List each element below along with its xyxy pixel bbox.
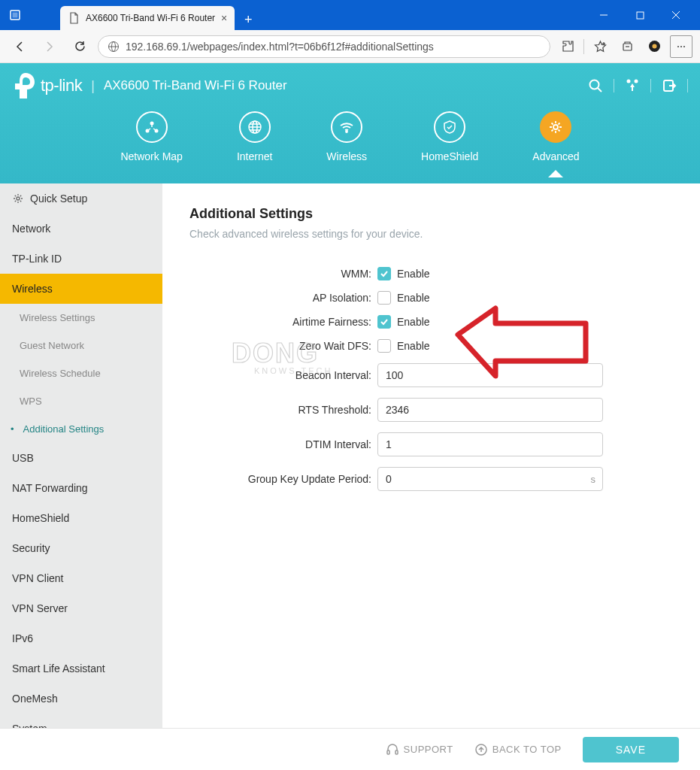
arrow-up-icon bbox=[474, 743, 488, 756]
svg-point-15 bbox=[677, 46, 679, 47]
globe-icon bbox=[247, 119, 263, 135]
nav-network-map[interactable]: Network Map bbox=[120, 111, 182, 162]
svg-rect-37 bbox=[387, 750, 389, 754]
nav-internet[interactable]: Internet bbox=[237, 111, 272, 162]
sidebar-sub-additional-settings[interactable]: Additional Settings bbox=[0, 415, 162, 443]
new-tab-button[interactable]: + bbox=[238, 9, 259, 30]
refresh-button[interactable] bbox=[68, 35, 92, 59]
sidebar-item-smart-life[interactable]: Smart Life Assistant bbox=[0, 653, 162, 684]
url-text: 192.168.69.1/webpages/index.html?t=06b6f… bbox=[126, 41, 434, 53]
sidebar-item-vpn-client[interactable]: VPN Client bbox=[0, 563, 162, 593]
footer: SUPPORT BACK TO TOP SAVE bbox=[0, 728, 700, 770]
sidebar-item-network[interactable]: Network bbox=[0, 214, 162, 244]
back-button[interactable] bbox=[8, 35, 32, 59]
forward-button[interactable] bbox=[38, 35, 62, 59]
airtime-fairness-checkbox[interactable] bbox=[377, 315, 391, 329]
logout-icon[interactable] bbox=[662, 78, 677, 93]
svg-rect-1 bbox=[13, 13, 18, 18]
enable-label: Enable bbox=[397, 340, 430, 352]
svg-point-33 bbox=[553, 125, 558, 129]
logo-text: tp-link bbox=[41, 76, 82, 95]
sidebar-item-vpn-server[interactable]: VPN Server bbox=[0, 593, 162, 623]
rts-threshold-label: RTS Threshold: bbox=[189, 404, 377, 416]
back-to-top-link[interactable]: BACK TO TOP bbox=[474, 743, 562, 756]
sidebar-sub-wireless-schedule[interactable]: Wireless Schedule bbox=[0, 359, 162, 387]
shield-icon bbox=[441, 119, 458, 135]
router-header: tp-link | AX6600 Tri-Band Wi-Fi 6 Router… bbox=[0, 63, 700, 183]
tplink-logo-icon bbox=[15, 73, 36, 99]
sidebar-sub-wps[interactable]: WPS bbox=[0, 387, 162, 415]
sidebar-item-quick-setup[interactable]: Quick Setup bbox=[0, 183, 162, 214]
page-subtitle: Check advanced wireless settings for you… bbox=[189, 228, 673, 240]
zero-wait-dfs-label: Zero Wait DFS: bbox=[189, 340, 377, 352]
sidebar-sub-wireless-settings[interactable]: Wireless Settings bbox=[0, 304, 162, 332]
ap-isolation-checkbox[interactable] bbox=[377, 291, 391, 305]
headset-icon bbox=[386, 743, 399, 756]
menu-button[interactable] bbox=[670, 35, 692, 58]
svg-line-19 bbox=[598, 88, 602, 92]
svg-point-18 bbox=[590, 80, 599, 89]
enable-label: Enable bbox=[397, 292, 430, 304]
group-key-label: Group Key Update Period: bbox=[189, 473, 377, 485]
browser-tab[interactable]: AX6600 Tri-Band Wi-Fi 6 Router × bbox=[60, 6, 235, 30]
svg-point-16 bbox=[680, 46, 682, 47]
beacon-interval-input[interactable] bbox=[377, 363, 603, 387]
sidebar-item-onemesh[interactable]: OneMesh bbox=[0, 684, 162, 714]
nav-homeshield[interactable]: HomeShield bbox=[421, 111, 478, 162]
tabs-icon[interactable] bbox=[6, 6, 24, 24]
svg-rect-3 bbox=[637, 12, 644, 19]
close-window-button[interactable] bbox=[665, 5, 686, 26]
svg-rect-22 bbox=[632, 86, 633, 91]
wifi-icon bbox=[338, 119, 355, 135]
collections-icon[interactable] bbox=[616, 35, 638, 58]
gear-icon bbox=[547, 119, 564, 135]
profile-icon[interactable] bbox=[643, 35, 665, 58]
svg-rect-38 bbox=[395, 750, 398, 754]
group-key-input[interactable] bbox=[377, 467, 603, 491]
save-button[interactable]: SAVE bbox=[583, 737, 679, 762]
rts-threshold-input[interactable] bbox=[377, 398, 603, 422]
brand-logo[interactable]: tp-link bbox=[15, 73, 82, 99]
page-title: Additional Settings bbox=[189, 206, 673, 222]
sidebar: Quick Setup Network TP-Link ID Wireless … bbox=[0, 183, 162, 728]
sidebar-item-system[interactable]: System bbox=[0, 714, 162, 728]
tab-title: AX6600 Tri-Band Wi-Fi 6 Router bbox=[86, 13, 215, 23]
svg-point-32 bbox=[346, 131, 347, 132]
group-key-suffix: s bbox=[591, 474, 596, 485]
support-link[interactable]: SUPPORT bbox=[386, 743, 453, 756]
enable-label: Enable bbox=[397, 316, 430, 328]
favorites-icon[interactable] bbox=[589, 35, 611, 58]
sidebar-item-homeshield[interactable]: HomeShield bbox=[0, 503, 162, 533]
sidebar-sub-guest-network[interactable]: Guest Network bbox=[0, 332, 162, 359]
airtime-fairness-label: Airtime Fairness: bbox=[189, 316, 377, 328]
gear-icon bbox=[12, 192, 24, 205]
sidebar-item-tplink-id[interactable]: TP-Link ID bbox=[0, 244, 162, 274]
nav-wireless[interactable]: Wireless bbox=[326, 111, 367, 162]
enable-label: Enable bbox=[397, 268, 430, 280]
wmm-checkbox[interactable] bbox=[377, 267, 391, 280]
search-icon[interactable] bbox=[588, 78, 603, 93]
page-icon bbox=[68, 12, 80, 24]
maximize-button[interactable] bbox=[629, 5, 650, 26]
extension-icon[interactable] bbox=[556, 35, 579, 58]
nav-advanced[interactable]: Advanced bbox=[532, 111, 579, 162]
browser-titlebar: AX6600 Tri-Band Wi-Fi 6 Router × + bbox=[0, 0, 700, 30]
sidebar-item-nat-forwarding[interactable]: NAT Forwarding bbox=[0, 473, 162, 503]
dtim-interval-input[interactable] bbox=[377, 432, 603, 456]
beacon-interval-label: Beacon Interval: bbox=[189, 369, 377, 381]
sidebar-item-ipv6[interactable]: IPv6 bbox=[0, 623, 162, 653]
address-bar[interactable]: 192.168.69.1/webpages/index.html?t=06b6f… bbox=[98, 35, 550, 58]
minimize-button[interactable] bbox=[593, 5, 614, 26]
svg-point-14 bbox=[652, 44, 656, 49]
wmm-label: WMM: bbox=[189, 268, 377, 280]
globe-icon bbox=[108, 41, 120, 53]
zero-wait-dfs-checkbox[interactable] bbox=[377, 339, 391, 353]
svg-point-21 bbox=[635, 80, 638, 83]
tab-close-icon[interactable]: × bbox=[221, 12, 227, 24]
sidebar-item-security[interactable]: Security bbox=[0, 533, 162, 563]
sidebar-item-wireless[interactable]: Wireless bbox=[0, 274, 162, 304]
firmware-icon[interactable] bbox=[625, 78, 640, 93]
svg-point-20 bbox=[627, 80, 631, 83]
sidebar-item-usb[interactable]: USB bbox=[0, 443, 162, 473]
dtim-interval-label: DTIM Interval: bbox=[189, 438, 377, 450]
